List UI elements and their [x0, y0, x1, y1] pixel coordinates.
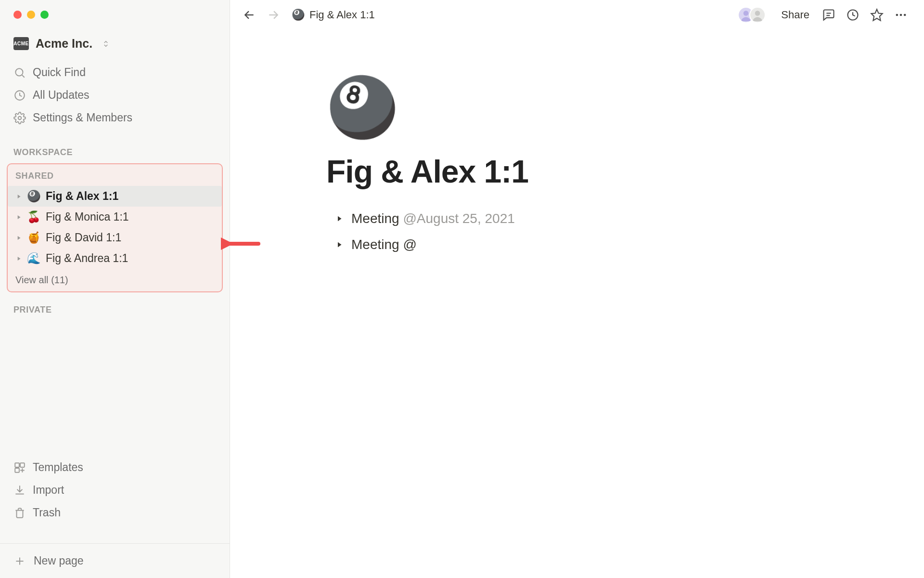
sidebar-item-fig-andrea[interactable]: 🌊 Fig & Andrea 1:1	[8, 248, 222, 269]
shared-section-highlight: SHARED 🎱 Fig & Alex 1:1 🍒 Fig & Monica 1…	[7, 163, 223, 292]
toggle-block[interactable]: Meeting @	[335, 237, 417, 252]
all-updates-label: All Updates	[33, 89, 90, 102]
window-close-button[interactable]	[13, 11, 22, 19]
svg-marker-7	[18, 256, 21, 260]
svg-point-25	[896, 14, 898, 16]
new-page-label: New page	[34, 554, 84, 567]
trash-button[interactable]: Trash	[4, 501, 226, 524]
svg-point-18	[744, 11, 749, 16]
view-all-shared-button[interactable]: View all (11)	[8, 269, 222, 286]
search-icon	[13, 66, 26, 79]
chevron-up-down-icon	[102, 40, 110, 48]
caret-right-icon[interactable]	[335, 240, 344, 249]
sidebar-top-nav: Quick Find All Updates Settings & Member…	[0, 59, 230, 139]
comments-button[interactable]	[819, 5, 838, 25]
arrow-left-icon	[243, 9, 256, 21]
date-mention[interactable]: @August 25, 2021	[403, 211, 514, 226]
new-page-button[interactable]: New page	[0, 543, 230, 578]
sidebar-item-label: Fig & Alex 1:1	[46, 190, 118, 203]
workspace-switcher[interactable]: ACME Acme Inc.	[0, 28, 230, 59]
import-label: Import	[33, 484, 64, 497]
svg-rect-11	[20, 463, 25, 467]
star-icon	[870, 8, 884, 22]
sidebar-item-label: Fig & David 1:1	[46, 231, 121, 244]
window-controls	[0, 0, 230, 28]
sidebar-item-label: Fig & Andrea 1:1	[46, 252, 128, 265]
dots-horizontal-icon	[894, 8, 908, 22]
plus-icon	[13, 555, 26, 567]
breadcrumb-emoji-icon: 🎱	[292, 9, 305, 21]
workspace-name: Acme Inc.	[36, 37, 92, 51]
page-emoji-icon: 🌊	[27, 253, 41, 264]
svg-marker-29	[338, 242, 342, 248]
caret-right-icon[interactable]	[335, 214, 344, 223]
page-content: 🎱 Fig & Alex 1:1 Meeting @August 25, 202…	[326, 30, 924, 261]
gear-icon	[13, 112, 26, 124]
quick-find-label: Quick Find	[33, 66, 86, 79]
toggle-block[interactable]: Meeting @August 25, 2021	[335, 211, 515, 226]
toggle-label: Meeting	[351, 211, 403, 226]
caret-right-icon[interactable]	[15, 235, 22, 241]
svg-point-3	[18, 116, 22, 119]
trash-label: Trash	[33, 506, 61, 519]
view-all-label: View all	[15, 275, 51, 285]
svg-point-0	[15, 68, 23, 76]
breadcrumb[interactable]: 🎱 Fig & Alex 1:1	[292, 9, 375, 21]
caret-right-icon[interactable]	[15, 193, 22, 200]
view-all-count: (11)	[51, 275, 68, 285]
import-button[interactable]: Import	[4, 479, 226, 501]
clock-icon	[846, 8, 860, 22]
avatar-icon	[750, 8, 765, 22]
section-private-label[interactable]: PRIVATE	[0, 296, 230, 320]
svg-rect-10	[15, 463, 19, 467]
comment-icon	[822, 8, 835, 22]
more-button[interactable]	[891, 5, 911, 25]
breadcrumb-title: Fig & Alex 1:1	[309, 9, 375, 21]
shared-page-list: 🎱 Fig & Alex 1:1 🍒 Fig & Monica 1:1 🍯 Fi…	[8, 186, 222, 269]
toggle-label: Meeting @	[351, 237, 417, 252]
svg-marker-28	[338, 216, 342, 222]
sidebar-bottom-nav: Templates Import Trash	[0, 453, 230, 524]
quick-find-button[interactable]: Quick Find	[4, 61, 226, 84]
page-hero-emoji[interactable]: 🎱	[326, 78, 398, 136]
share-button[interactable]: Share	[776, 6, 814, 24]
updates-button[interactable]	[843, 5, 862, 25]
templates-label: Templates	[33, 461, 83, 474]
caret-right-icon[interactable]	[15, 255, 22, 262]
page-emoji-icon: 🍯	[27, 232, 41, 243]
nav-back-button[interactable]	[240, 5, 259, 25]
presence-avatars[interactable]	[743, 7, 766, 23]
sidebar-item-label: Fig & Monica 1:1	[46, 210, 129, 223]
svg-rect-12	[15, 468, 19, 473]
sidebar-item-fig-monica[interactable]: 🍒 Fig & Monica 1:1	[8, 207, 222, 227]
section-workspace-label[interactable]: WORKSPACE	[0, 139, 230, 162]
main-area: 🎱 Fig & Alex 1:1 Share	[230, 0, 924, 578]
templates-icon	[13, 461, 26, 474]
sidebar: ACME Acme Inc. Quick Find All Updates Se…	[0, 0, 230, 578]
section-shared-label[interactable]: SHARED	[8, 169, 222, 186]
settings-label: Settings & Members	[33, 111, 132, 124]
sidebar-item-fig-alex[interactable]: 🎱 Fig & Alex 1:1	[8, 186, 222, 207]
page-title[interactable]: Fig & Alex 1:1	[326, 153, 528, 190]
sidebar-item-fig-david[interactable]: 🍯 Fig & David 1:1	[8, 227, 222, 248]
svg-point-27	[904, 14, 906, 16]
favorite-button[interactable]	[867, 5, 886, 25]
clock-icon	[13, 89, 26, 102]
window-zoom-button[interactable]	[40, 11, 49, 19]
window-minimize-button[interactable]	[27, 11, 35, 19]
svg-line-1	[22, 75, 25, 77]
page-emoji-icon: 🍒	[27, 211, 41, 223]
settings-members-button[interactable]: Settings & Members	[4, 106, 226, 129]
avatar[interactable]	[749, 7, 766, 23]
arrow-right-icon	[267, 9, 280, 21]
templates-button[interactable]: Templates	[4, 456, 226, 479]
nav-forward-button[interactable]	[264, 5, 283, 25]
page-emoji-icon: 🎱	[27, 191, 41, 202]
svg-marker-6	[18, 236, 21, 239]
topbar: 🎱 Fig & Alex 1:1 Share	[230, 0, 924, 30]
all-updates-button[interactable]: All Updates	[4, 84, 226, 106]
import-icon	[13, 484, 26, 497]
caret-right-icon[interactable]	[15, 214, 22, 221]
svg-marker-24	[871, 9, 882, 20]
svg-point-20	[755, 11, 760, 16]
